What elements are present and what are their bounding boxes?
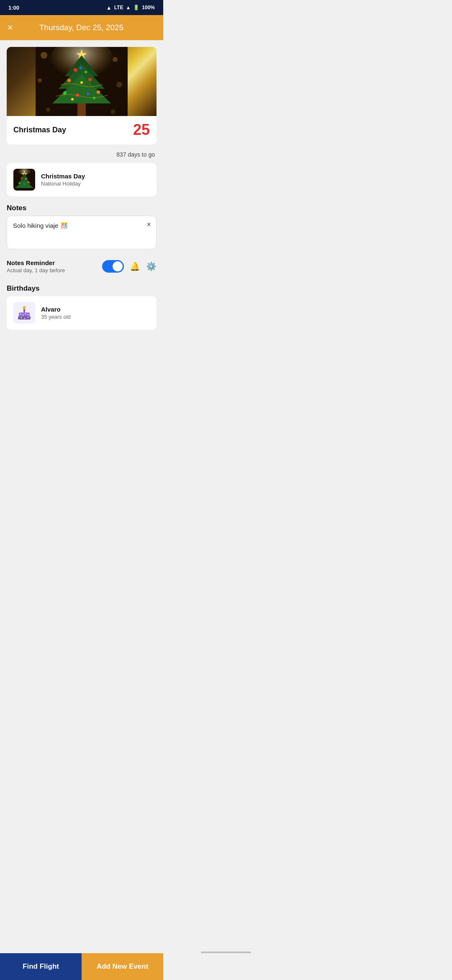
event-card: Christmas Day 25 bbox=[7, 47, 157, 144]
notes-reminder-info: Notes Reminder Actual day, 1 day before bbox=[7, 259, 65, 273]
svg-point-16 bbox=[97, 90, 100, 94]
svg-point-33 bbox=[28, 181, 29, 183]
birthday-info: Alvaro 35 years old bbox=[41, 306, 71, 320]
svg-point-43 bbox=[25, 313, 26, 315]
svg-point-44 bbox=[28, 314, 29, 315]
svg-point-19 bbox=[41, 52, 47, 59]
birthday-icon bbox=[13, 302, 35, 324]
battery-label: 100% bbox=[142, 5, 155, 10]
notes-clear-button[interactable]: × bbox=[146, 220, 151, 229]
birthday-list-item: Alvaro 35 years old bbox=[7, 296, 157, 330]
svg-point-34 bbox=[23, 183, 25, 185]
svg-point-23 bbox=[46, 108, 50, 112]
svg-point-10 bbox=[67, 79, 71, 82]
notes-box[interactable]: Solo hiking viaje 🎊 × bbox=[7, 216, 157, 249]
svg-rect-6 bbox=[77, 103, 86, 116]
notes-reminder-row: Notes Reminder Actual day, 1 day before … bbox=[7, 257, 157, 276]
wifi-icon: ▲ bbox=[106, 5, 112, 11]
svg-point-45 bbox=[21, 317, 22, 318]
bell-icon[interactable]: 🔔 bbox=[130, 261, 140, 271]
bottom-spacer bbox=[7, 333, 157, 366]
svg-point-22 bbox=[116, 82, 122, 88]
christmas-tree-svg bbox=[36, 47, 128, 116]
birthday-cake-svg bbox=[16, 305, 32, 321]
status-icons: ▲ LTE ▲ 🔋 100% bbox=[106, 5, 155, 11]
reminder-toggle[interactable] bbox=[102, 260, 124, 273]
event-day-number: 25 bbox=[133, 121, 150, 139]
gear-icon[interactable]: ⚙️ bbox=[146, 261, 157, 271]
birthday-name: Alvaro bbox=[41, 306, 71, 313]
status-time: 1:00 bbox=[8, 5, 19, 11]
svg-point-13 bbox=[63, 91, 67, 95]
lte-label: LTE bbox=[114, 5, 123, 10]
notes-reminder-title: Notes Reminder bbox=[7, 259, 65, 266]
svg-point-42 bbox=[23, 315, 24, 316]
status-bar: 1:00 ▲ LTE ▲ 🔋 100% bbox=[0, 0, 163, 15]
days-to-go: 837 days to go bbox=[7, 150, 157, 163]
svg-point-47 bbox=[28, 317, 29, 318]
birthdays-section-label: Birthdays bbox=[7, 284, 157, 293]
svg-point-8 bbox=[85, 71, 87, 73]
svg-point-17 bbox=[71, 98, 74, 101]
svg-point-35 bbox=[17, 169, 32, 179]
holiday-info: Christmas Day National Holiday bbox=[41, 173, 85, 187]
close-button[interactable]: × bbox=[8, 22, 13, 33]
svg-point-12 bbox=[80, 81, 83, 84]
holiday-title: Christmas Day bbox=[41, 173, 85, 180]
holiday-thumbnail bbox=[13, 169, 35, 191]
event-name: Christmas Day bbox=[13, 126, 66, 134]
header: × Thursday, Dec 25, 2025 bbox=[0, 15, 163, 40]
event-card-image bbox=[7, 47, 157, 116]
birthday-age: 35 years old bbox=[41, 314, 71, 320]
svg-point-37 bbox=[24, 307, 25, 309]
svg-rect-38 bbox=[23, 309, 25, 312]
notes-section-label: Notes bbox=[7, 204, 157, 212]
header-title: Thursday, Dec 25, 2025 bbox=[20, 23, 143, 32]
notes-reminder-subtitle: Actual day, 1 day before bbox=[7, 267, 65, 273]
svg-point-21 bbox=[38, 78, 42, 83]
svg-point-11 bbox=[88, 78, 92, 81]
svg-point-32 bbox=[19, 182, 21, 184]
notes-content: Solo hiking viaje 🎊 bbox=[13, 221, 150, 231]
svg-point-41 bbox=[20, 314, 21, 315]
holiday-thumb-svg bbox=[13, 169, 35, 191]
svg-point-20 bbox=[113, 57, 118, 62]
svg-point-46 bbox=[24, 318, 26, 319]
event-card-footer: Christmas Day 25 bbox=[7, 116, 157, 139]
holiday-subtitle: National Holiday bbox=[41, 181, 85, 187]
battery-icon: 🔋 bbox=[133, 5, 139, 10]
svg-point-24 bbox=[110, 109, 116, 114]
svg-point-15 bbox=[87, 93, 89, 95]
svg-point-7 bbox=[74, 68, 77, 72]
notes-reminder-controls: 🔔 ⚙️ bbox=[102, 260, 157, 273]
holiday-row: Christmas Day National Holiday bbox=[7, 163, 157, 196]
content-area: Christmas Day 25 837 days to go bbox=[0, 40, 163, 373]
svg-point-9 bbox=[80, 67, 82, 69]
signal-icon: ▲ bbox=[126, 5, 131, 10]
